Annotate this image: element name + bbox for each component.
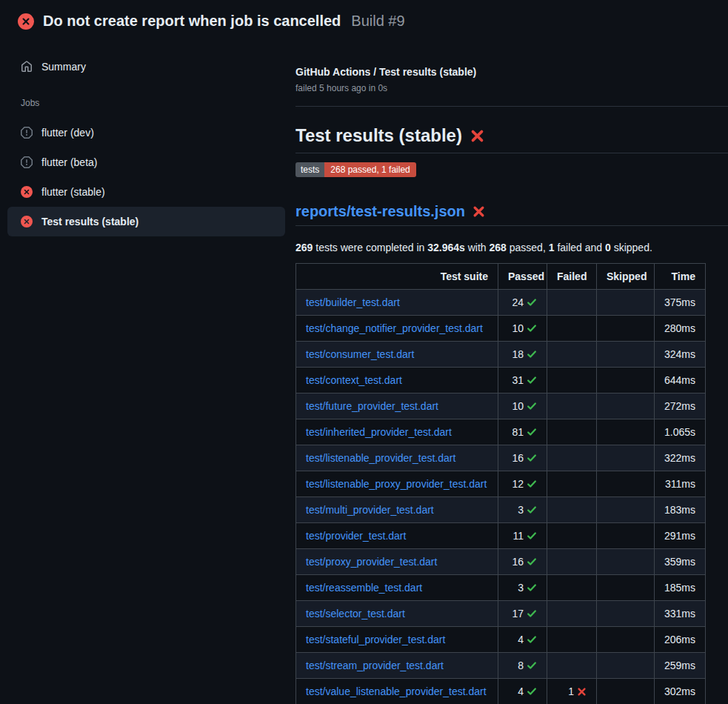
table-row: test/inherited_provider_test.dart 81 1.0… — [296, 419, 706, 445]
time-cell: 644ms — [655, 368, 706, 393]
test-suite-link[interactable]: test/stream_provider_test.dart — [306, 660, 444, 671]
sidebar-job-label: Test results (stable) — [41, 216, 138, 228]
failed-cell — [547, 601, 597, 627]
suite-cell: test/multi_provider_test.dart — [296, 497, 498, 523]
sidebar-item-summary[interactable]: Summary — [7, 52, 285, 82]
test-suite-link[interactable]: test/inherited_provider_test.dart — [306, 426, 452, 438]
test-suite-link[interactable]: test/consumer_test.dart — [306, 348, 414, 360]
skipped-cell — [597, 290, 655, 316]
passed-cell: 4 — [498, 679, 547, 704]
time-cell: 322ms — [655, 445, 706, 471]
passed-cell: 12 — [498, 471, 547, 497]
table-row: test/selector_test.dart 17 331ms — [296, 601, 706, 627]
sidebar-job-item[interactable]: flutter (dev) — [7, 118, 285, 147]
table-header-row: Test suitePassedFailedSkippedTime — [296, 264, 706, 290]
test-suite-link[interactable]: test/listenable_proxy_provider_test.dart — [306, 478, 487, 490]
suite-cell: test/provider_test.dart — [296, 523, 498, 549]
test-suite-link[interactable]: test/provider_test.dart — [306, 530, 406, 542]
suite-cell: test/selector_test.dart — [296, 601, 498, 627]
skipped-cell — [597, 601, 655, 627]
table-body: test/builder_test.dart 24 375ms test/cha… — [296, 290, 706, 704]
sidebar-job-item[interactable]: flutter (beta) — [7, 147, 285, 177]
sidebar-job-item[interactable]: Test results (stable) — [7, 207, 285, 236]
failed-cell — [547, 523, 597, 549]
check-icon — [527, 323, 537, 333]
time-cell: 375ms — [655, 290, 706, 316]
failed-cell: 1 — [547, 679, 597, 704]
divider — [295, 106, 728, 107]
test-suite-link[interactable]: test/proxy_provider_test.dart — [306, 556, 437, 568]
test-suite-link[interactable]: test/value_listenable_provider_test.dart — [306, 685, 487, 697]
skipped-cell — [597, 368, 655, 393]
test-suite-link[interactable]: test/multi_provider_test.dart — [306, 504, 434, 516]
failed-cell — [547, 445, 597, 471]
table-row: test/listenable_provider_test.dart 16 32… — [296, 445, 706, 471]
sidebar-job-label: flutter (beta) — [41, 156, 97, 168]
failed-cell — [547, 627, 597, 653]
passed-cell: 3 — [498, 575, 547, 601]
check-icon — [527, 479, 537, 489]
failed-cell — [547, 342, 597, 368]
suite-cell: test/consumer_test.dart — [296, 342, 498, 368]
summary-segment: skipped. — [611, 242, 652, 253]
x-circle-icon — [18, 13, 34, 30]
test-suite-link[interactable]: test/builder_test.dart — [306, 296, 400, 308]
test-suite-link[interactable]: test/selector_test.dart — [306, 608, 405, 620]
check-run-page: Do not create report when job is cancell… — [0, 0, 728, 704]
tests-badge: tests 268 passed, 1 failed — [295, 162, 416, 177]
sidebar-job-label: flutter (stable) — [41, 186, 105, 198]
table-row: test/context_test.dart 31 644ms — [296, 368, 706, 393]
report-file-link[interactable]: reports/test-results.json — [295, 202, 465, 221]
table-row: test/change_notifier_provider_test.dart … — [296, 316, 706, 342]
passed-cell: 3 — [498, 497, 547, 523]
failed-cell — [547, 316, 597, 342]
failed-cell — [547, 419, 597, 445]
x-circle-icon — [21, 186, 33, 198]
cross-mark-icon — [470, 129, 484, 143]
sidebar-summary-label: Summary — [41, 61, 86, 73]
table-row: test/consumer_test.dart 18 324ms — [296, 342, 706, 368]
skipped-cell — [597, 445, 655, 471]
test-summary-line: 269 tests were completed in 32.964s with… — [295, 242, 728, 253]
check-icon — [527, 634, 537, 645]
table-row: test/proxy_provider_test.dart 16 359ms — [296, 549, 706, 575]
report-heading: reports/test-results.json — [295, 202, 728, 226]
passed-cell: 18 — [498, 342, 547, 368]
column-header: Passed — [498, 264, 547, 290]
column-header: Test suite — [296, 264, 498, 290]
suite-cell: test/inherited_provider_test.dart — [296, 419, 498, 445]
time-cell: 185ms — [655, 575, 706, 601]
skipped-cell — [597, 342, 655, 368]
sidebar-job-item[interactable]: flutter (stable) — [7, 177, 285, 207]
passed-cell: 17 — [498, 601, 547, 627]
test-suite-link[interactable]: test/change_notifier_provider_test.dart — [306, 322, 483, 334]
skipped-cell — [597, 575, 655, 601]
skipped-cell — [597, 471, 655, 497]
test-suite-link[interactable]: test/listenable_provider_test.dart — [306, 452, 455, 464]
check-icon — [527, 401, 537, 411]
failed-cell — [547, 393, 597, 419]
failed-cell — [547, 653, 597, 679]
check-icon — [527, 660, 537, 671]
passed-cell: 31 — [498, 368, 547, 393]
check-icon — [527, 531, 537, 541]
suite-cell: test/stateful_provider_test.dart — [296, 627, 498, 653]
passed-cell: 8 — [498, 653, 547, 679]
time-cell: 259ms — [655, 653, 706, 679]
test-suite-link[interactable]: test/future_provider_test.dart — [306, 400, 438, 412]
test-suite-link[interactable]: test/stateful_provider_test.dart — [306, 634, 445, 645]
suite-cell: test/listenable_proxy_provider_test.dart — [296, 471, 498, 497]
stop-icon — [21, 156, 33, 168]
skipped-cell — [597, 393, 655, 419]
skipped-cell — [597, 549, 655, 575]
passed-cell: 10 — [498, 316, 547, 342]
skipped-cell — [597, 679, 655, 704]
check-icon — [527, 297, 537, 308]
test-suite-link[interactable]: test/reassemble_test.dart — [306, 582, 422, 594]
skipped-cell — [597, 497, 655, 523]
test-suite-link[interactable]: test/context_test.dart — [306, 374, 402, 386]
summary-segment: 1 — [549, 242, 555, 253]
table-row: test/listenable_proxy_provider_test.dart… — [296, 471, 706, 497]
summary-segment: 269 — [295, 242, 313, 253]
section-heading-text: Test results (stable) — [295, 125, 462, 146]
